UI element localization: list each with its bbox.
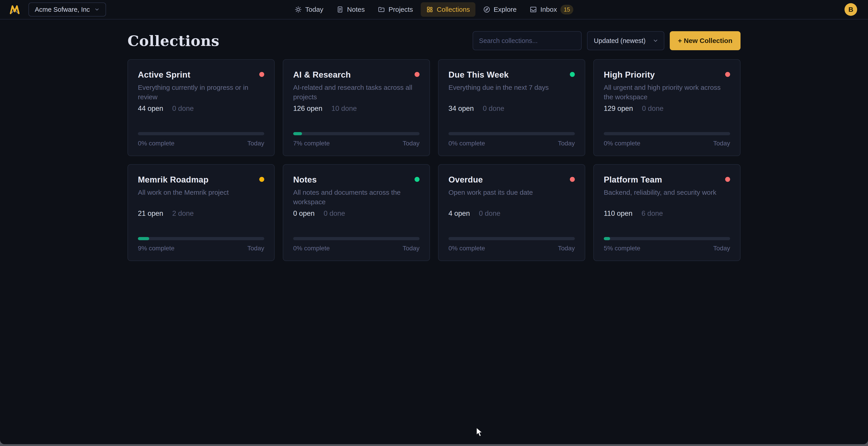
nav-item-inbox[interactable]: Inbox 15 xyxy=(524,1,579,18)
card-description: All urgent and high priority work across… xyxy=(604,83,730,102)
status-dot xyxy=(414,72,420,77)
card-title: Platform Team xyxy=(604,175,662,184)
open-count: 0 open xyxy=(293,209,315,217)
card-description: All work on the Memrik project xyxy=(138,188,264,207)
progress-fill xyxy=(138,237,149,240)
status-dot xyxy=(725,177,730,182)
card-title: Due This Week xyxy=(448,70,508,80)
card-stats: 21 open 2 done xyxy=(138,209,264,217)
card-header: AI & Research xyxy=(293,70,420,80)
percent-complete: 9% complete xyxy=(138,245,175,252)
card-footer: 0% complete Today xyxy=(293,245,420,252)
card-header: Overdue xyxy=(448,175,575,184)
updated-label: Today xyxy=(558,140,575,147)
updated-label: Today xyxy=(403,140,420,147)
card-footer: 7% complete Today xyxy=(293,140,420,147)
card-description: Everything due in the next 7 days xyxy=(448,83,575,102)
open-count: 21 open xyxy=(138,209,163,217)
done-count: 0 done xyxy=(324,209,345,217)
card-title: Notes xyxy=(293,175,317,184)
collection-card[interactable]: Notes All notes and documents across the… xyxy=(283,164,430,261)
search-input[interactable] xyxy=(473,31,582,50)
percent-complete: 0% complete xyxy=(604,140,640,147)
card-stats: 129 open 0 done xyxy=(604,105,730,113)
card-footer: 0% complete Today xyxy=(138,140,264,147)
user-avatar[interactable]: B xyxy=(844,3,857,16)
app-logo-icon[interactable] xyxy=(9,4,20,15)
collection-card[interactable]: AI & Research AI-related and research ta… xyxy=(283,59,430,156)
collections-grid: Active Sprint Everything currently in pr… xyxy=(127,59,741,261)
percent-complete: 0% complete xyxy=(138,140,175,147)
nav-item-collections[interactable]: Collections xyxy=(421,2,475,17)
percent-complete: 5% complete xyxy=(604,245,640,252)
updated-label: Today xyxy=(247,245,264,252)
updated-label: Today xyxy=(558,245,575,252)
nav-label: Explore xyxy=(494,6,517,13)
top-bar: Acme Sofware, Inc Today xyxy=(0,0,868,20)
open-count: 110 open xyxy=(604,209,632,217)
progress-fill xyxy=(293,132,302,135)
nav-item-notes[interactable]: Notes xyxy=(331,2,370,17)
card-description: AI-related and research tasks across all… xyxy=(293,83,420,102)
nav-item-today[interactable]: Today xyxy=(289,2,329,17)
nav-label: Notes xyxy=(347,6,365,13)
done-count: 0 done xyxy=(479,209,500,217)
progress-bar xyxy=(448,237,575,240)
page-controls: Updated (newest) + New Collection xyxy=(473,31,741,50)
workspace-selector[interactable]: Acme Sofware, Inc xyxy=(29,2,106,17)
open-count: 4 open xyxy=(448,209,470,217)
folder-icon xyxy=(378,6,385,13)
sun-icon xyxy=(294,6,302,13)
percent-complete: 7% complete xyxy=(293,140,330,147)
app-window: Acme Sofware, Inc Today xyxy=(0,0,868,444)
updated-label: Today xyxy=(713,245,730,252)
collection-card[interactable]: Platform Team Backend, reliability, and … xyxy=(593,164,741,261)
sort-dropdown[interactable]: Updated (newest) xyxy=(587,31,664,50)
card-header: Platform Team xyxy=(604,175,730,184)
nav-label: Projects xyxy=(389,6,413,13)
card-stats: 4 open 0 done xyxy=(448,209,575,217)
collection-card[interactable]: Active Sprint Everything currently in pr… xyxy=(127,59,275,156)
card-description: Backend, reliability, and security work xyxy=(604,188,730,207)
note-icon xyxy=(336,6,344,13)
progress-bar xyxy=(138,237,264,240)
done-count: 10 done xyxy=(331,105,357,113)
card-title: Active Sprint xyxy=(138,70,190,80)
collection-card[interactable]: Due This Week Everything due in the next… xyxy=(438,59,585,156)
done-count: 0 done xyxy=(483,105,504,113)
progress-bar xyxy=(448,132,575,135)
nav-label: Today xyxy=(305,6,323,13)
updated-label: Today xyxy=(403,245,420,252)
open-count: 129 open xyxy=(604,105,633,113)
chevron-down-icon xyxy=(653,38,658,43)
card-header: Due This Week xyxy=(448,70,575,80)
sort-value: Updated (newest) xyxy=(594,37,646,44)
card-header: High Priority xyxy=(604,70,730,80)
collection-card[interactable]: Overdue Open work past its due date 4 op… xyxy=(438,164,585,261)
page-header: Collections Updated (newest) + New Colle… xyxy=(127,31,741,50)
new-collection-button[interactable]: + New Collection xyxy=(670,31,741,50)
progress-bar xyxy=(604,132,730,135)
updated-label: Today xyxy=(247,140,264,147)
card-stats: 110 open 6 done xyxy=(604,209,730,217)
nav-label: Inbox xyxy=(540,6,557,13)
percent-complete: 0% complete xyxy=(448,140,485,147)
nav-item-explore[interactable]: Explore xyxy=(477,2,522,17)
done-count: 0 done xyxy=(642,105,663,113)
mouse-cursor xyxy=(474,427,484,438)
card-header: Active Sprint xyxy=(138,70,264,80)
collection-card[interactable]: Memrik Roadmap All work on the Memrik pr… xyxy=(127,164,275,261)
nav-label: Collections xyxy=(437,6,470,13)
card-footer: 5% complete Today xyxy=(604,245,730,252)
progress-bar xyxy=(293,237,420,240)
grid-icon xyxy=(426,6,433,13)
workspace-name: Acme Sofware, Inc xyxy=(35,6,90,13)
percent-complete: 0% complete xyxy=(448,245,485,252)
updated-label: Today xyxy=(713,140,730,147)
status-dot xyxy=(259,177,264,182)
card-footer: 0% complete Today xyxy=(448,245,575,252)
collection-card[interactable]: High Priority All urgent and high priori… xyxy=(593,59,741,156)
progress-bar xyxy=(604,237,730,240)
nav-item-projects[interactable]: Projects xyxy=(373,2,418,17)
open-count: 44 open xyxy=(138,105,163,113)
